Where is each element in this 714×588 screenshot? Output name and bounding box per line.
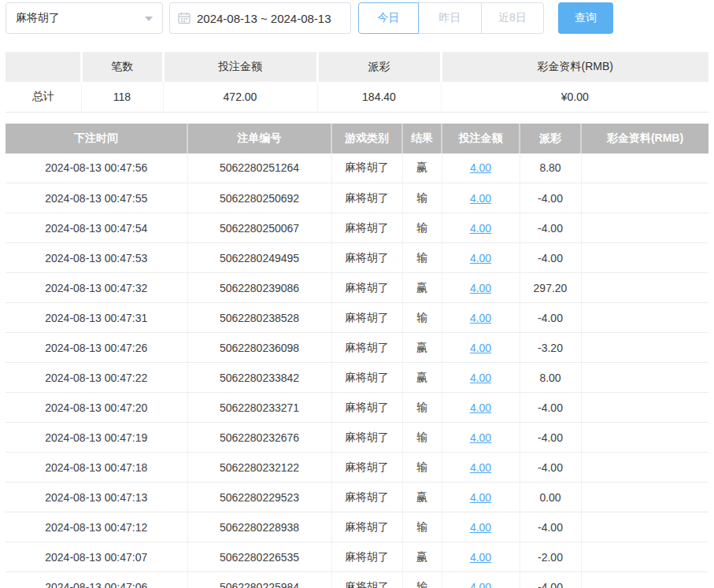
game-type-cell: 麻将胡了 bbox=[331, 213, 402, 243]
bets-header-row: 下注时间 注单编号 游戏类别 结果 投注金额 派彩 彩金资料(RMB) bbox=[6, 124, 708, 153]
payout-cell: 8.80 bbox=[520, 153, 581, 183]
bet-amount-link[interactable]: 4.00 bbox=[470, 161, 491, 174]
table-row: 2024-08-13 00:47:32 5062280239086 麻将胡了 赢… bbox=[6, 273, 708, 303]
bet-amount-link[interactable]: 4.00 bbox=[470, 222, 491, 235]
bonus-cell bbox=[581, 213, 708, 243]
bet-amount-link[interactable]: 4.00 bbox=[470, 521, 491, 534]
game-type-cell: 麻将胡了 bbox=[331, 243, 402, 273]
last-8-days-button[interactable]: 近8日 bbox=[481, 2, 544, 34]
bet-amount-cell: 4.00 bbox=[442, 512, 520, 542]
bet-time-cell: 2024-08-13 00:47:32 bbox=[6, 273, 187, 303]
bet-amount-cell: 4.00 bbox=[442, 453, 520, 483]
header-result: 结果 bbox=[402, 124, 442, 153]
summary-total-bonus: ¥0.00 bbox=[441, 82, 708, 112]
bonus-cell bbox=[581, 273, 708, 303]
order-id-cell: 5062280233271 bbox=[187, 393, 331, 423]
date-range-value: 2024-08-13 ~ 2024-08-13 bbox=[197, 12, 331, 25]
bonus-cell bbox=[581, 423, 708, 453]
table-row: 2024-08-13 00:47:12 5062280228938 麻将胡了 输… bbox=[6, 512, 708, 542]
bonus-cell bbox=[581, 512, 708, 542]
payout-cell: -4.00 bbox=[520, 213, 581, 243]
quick-range-group: 今日 昨日 近8日 bbox=[358, 2, 544, 34]
toolbar: 麻将胡了 2024-08-13 ~ 2024-08-13 今日 昨日 近8日 查… bbox=[6, 2, 714, 34]
bet-time-cell: 2024-08-13 00:47:13 bbox=[6, 483, 187, 512]
payout-cell: -4.00 bbox=[520, 512, 581, 542]
order-id-cell: 5062280232122 bbox=[187, 453, 331, 483]
game-type-cell: 麻将胡了 bbox=[331, 483, 402, 512]
bet-amount-link[interactable]: 4.00 bbox=[470, 491, 491, 504]
bonus-cell bbox=[581, 183, 708, 213]
game-type-cell: 麻将胡了 bbox=[331, 572, 402, 588]
bet-time-cell: 2024-08-13 00:47:22 bbox=[6, 363, 187, 393]
summary-header-bonus: 彩金资料(RMB) bbox=[441, 52, 708, 82]
yesterday-button[interactable]: 昨日 bbox=[418, 2, 482, 34]
result-cell: 输 bbox=[402, 423, 442, 453]
bet-amount-link[interactable]: 4.00 bbox=[470, 342, 491, 354]
table-row: 2024-08-13 00:47:07 5062280226535 麻将胡了 赢… bbox=[6, 542, 708, 572]
result-cell: 赢 bbox=[402, 333, 442, 363]
bet-amount-link[interactable]: 4.00 bbox=[470, 461, 491, 474]
order-id-cell: 5062280249495 bbox=[187, 243, 331, 273]
today-button[interactable]: 今日 bbox=[358, 2, 419, 34]
table-row: 2024-08-13 00:47:13 5062280229523 麻将胡了 赢… bbox=[6, 483, 708, 512]
bonus-cell bbox=[581, 153, 708, 183]
order-id-cell: 5062280251264 bbox=[187, 153, 331, 183]
bet-amount-link[interactable]: 4.00 bbox=[470, 372, 491, 384]
order-id-cell: 5062280228938 bbox=[187, 512, 331, 542]
order-id-cell: 5062280226535 bbox=[187, 542, 331, 572]
summary-header-count: 笔数 bbox=[81, 52, 163, 82]
bet-amount-cell: 4.00 bbox=[442, 213, 520, 243]
order-id-cell: 5062280233842 bbox=[187, 363, 331, 393]
bet-amount-cell: 4.00 bbox=[442, 333, 520, 363]
bet-amount-link[interactable]: 4.00 bbox=[470, 551, 491, 564]
bonus-cell bbox=[581, 483, 708, 512]
date-range-input[interactable]: 2024-08-13 ~ 2024-08-13 bbox=[169, 2, 351, 34]
bonus-cell bbox=[581, 572, 708, 588]
bonus-cell bbox=[581, 333, 708, 363]
payout-cell: 0.00 bbox=[520, 483, 581, 512]
bet-amount-cell: 4.00 bbox=[442, 572, 520, 588]
game-select[interactable]: 麻将胡了 bbox=[6, 2, 163, 34]
search-button[interactable]: 查询 bbox=[558, 2, 613, 34]
payout-cell: -3.20 bbox=[520, 333, 581, 363]
bet-time-cell: 2024-08-13 00:47:54 bbox=[6, 213, 187, 243]
bet-amount-link[interactable]: 4.00 bbox=[470, 431, 491, 444]
summary-header-bet-amount: 投注金额 bbox=[163, 52, 317, 82]
bet-amount-link[interactable]: 4.00 bbox=[470, 282, 491, 294]
summary-total-bet-amount: 472.00 bbox=[163, 82, 317, 112]
header-payout: 派彩 bbox=[520, 124, 581, 153]
header-bet-amount: 投注金额 bbox=[442, 124, 520, 153]
summary-table: 笔数 投注金额 派彩 彩金资料(RMB) 总计 118 472.00 184.4… bbox=[6, 52, 708, 113]
bet-time-cell: 2024-08-13 00:47:12 bbox=[6, 512, 187, 542]
game-type-cell: 麻将胡了 bbox=[331, 153, 402, 183]
calendar-icon bbox=[178, 12, 191, 24]
bet-amount-link[interactable]: 4.00 bbox=[470, 312, 491, 324]
table-row: 2024-08-13 00:47:19 5062280232676 麻将胡了 输… bbox=[6, 423, 708, 453]
result-cell: 赢 bbox=[402, 363, 442, 393]
table-row: 2024-08-13 00:47:26 5062280236098 麻将胡了 赢… bbox=[6, 333, 708, 363]
payout-cell: -4.00 bbox=[520, 303, 581, 333]
summary-total-row: 总计 118 472.00 184.40 ¥0.00 bbox=[6, 82, 708, 112]
table-row: 2024-08-13 00:47:18 5062280232122 麻将胡了 输… bbox=[6, 453, 708, 483]
game-type-cell: 麻将胡了 bbox=[331, 453, 402, 483]
game-type-cell: 麻将胡了 bbox=[331, 303, 402, 333]
bonus-cell bbox=[581, 542, 708, 572]
order-id-cell: 5062280225984 bbox=[187, 572, 331, 588]
game-type-cell: 麻将胡了 bbox=[331, 183, 402, 213]
bet-amount-link[interactable]: 4.00 bbox=[470, 581, 491, 588]
bet-amount-link[interactable]: 4.00 bbox=[470, 401, 491, 414]
bet-amount-link[interactable]: 4.00 bbox=[470, 192, 491, 205]
game-type-cell: 麻将胡了 bbox=[331, 542, 402, 572]
bet-time-cell: 2024-08-13 00:47:31 bbox=[6, 303, 187, 333]
table-row: 2024-08-13 00:47:31 5062280238528 麻将胡了 输… bbox=[6, 303, 708, 333]
bet-amount-link[interactable]: 4.00 bbox=[470, 252, 491, 264]
bet-time-cell: 2024-08-13 00:47:06 bbox=[6, 572, 187, 588]
header-bet-time: 下注时间 bbox=[6, 124, 187, 153]
game-type-cell: 麻将胡了 bbox=[331, 273, 402, 303]
bet-table-body: 2024-08-13 00:47:56 5062280251264 麻将胡了 赢… bbox=[6, 153, 708, 588]
bet-time-cell: 2024-08-13 00:47:18 bbox=[6, 453, 187, 483]
bet-time-cell: 2024-08-13 00:47:26 bbox=[6, 333, 187, 363]
result-cell: 赢 bbox=[402, 542, 442, 572]
bet-amount-cell: 4.00 bbox=[442, 303, 520, 333]
result-cell: 输 bbox=[402, 213, 442, 243]
